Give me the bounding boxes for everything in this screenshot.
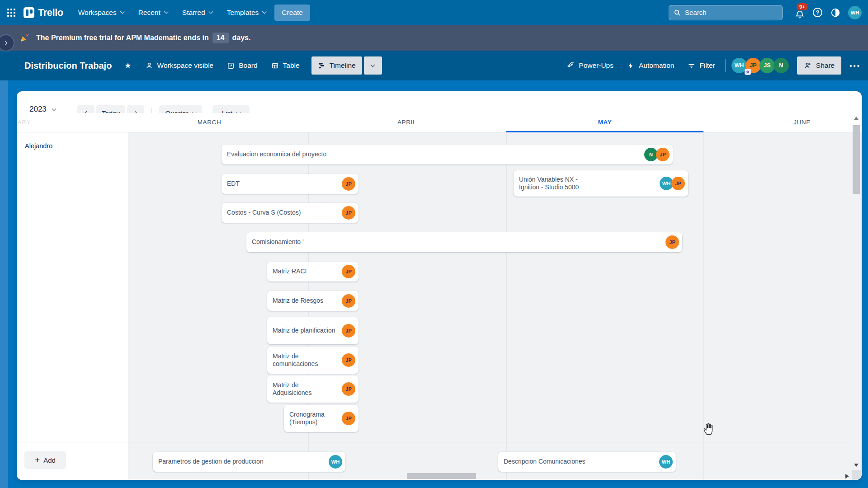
horizontal-scrollbar-thumb[interactable] xyxy=(407,473,476,479)
card-members: JP xyxy=(344,265,355,278)
card-members: JP xyxy=(344,353,355,367)
board-view-button[interactable]: Board xyxy=(227,61,257,70)
scroll-up-arrow[interactable] xyxy=(854,117,859,120)
timeline-card[interactable]: Unión Variables NX - Ignition - Studio 5… xyxy=(514,170,688,197)
avatar-wh: WH xyxy=(329,455,342,469)
help-icon[interactable]: ? xyxy=(813,8,822,17)
card-members: JP xyxy=(344,382,355,396)
scroll-right-arrow[interactable] xyxy=(845,474,849,479)
vertical-scrollbar-thumb[interactable] xyxy=(853,125,860,194)
card-title: Evaluacion economica del proyecto xyxy=(222,150,646,158)
card-title: EDT xyxy=(222,180,344,188)
topnav-menu-templates[interactable]: Templates xyxy=(222,5,271,20)
board-header: Distribucion Trabajo ★ Workspace visible… xyxy=(0,51,868,80)
board-menu-button[interactable]: ••• xyxy=(849,62,861,70)
timeline-card[interactable]: Matriz de RiesgosJP xyxy=(267,291,359,311)
avatar-jp: JP xyxy=(342,294,355,308)
board-title[interactable]: Distribucion Trabajo xyxy=(24,61,112,71)
chevron-down-icon xyxy=(208,9,213,14)
views-dropdown-button[interactable] xyxy=(364,56,382,75)
workspace-visible-button[interactable]: Workspace visible xyxy=(145,61,214,70)
card-members: JP xyxy=(344,177,355,191)
scrollbar-corner xyxy=(852,470,861,480)
person-icon xyxy=(145,61,153,70)
card-title: Matriz de planificacion xyxy=(267,327,340,334)
scroll-down-arrow[interactable] xyxy=(854,464,859,467)
card-members: JP xyxy=(344,294,355,308)
top-navigation-bar: Trello WorkspacesRecentStarredTemplates … xyxy=(0,0,868,25)
timeline-body xyxy=(17,132,862,480)
notification-count-badge: 9+ xyxy=(797,3,808,10)
card-title: Cronograma (Tiempos) xyxy=(284,411,344,426)
lane-name: Alejandro xyxy=(25,142,52,150)
timeline-view-button[interactable]: Timeline xyxy=(311,56,362,75)
rocket-icon xyxy=(566,61,575,70)
card-members: JP xyxy=(344,206,355,220)
chevron-down-icon xyxy=(120,9,124,14)
trello-logo-text: Trello xyxy=(38,7,63,19)
timeline-card[interactable]: Costos - Curva S (Costos)JP xyxy=(222,203,359,223)
timeline-card[interactable]: Matriz de comunicacionesJP xyxy=(267,347,359,374)
card-members: JP xyxy=(344,412,355,425)
avatar-jp: JP xyxy=(342,177,355,191)
member-avatar-js[interactable]: JS xyxy=(760,58,775,73)
timeline-card[interactable]: Matriz de AdquisicionesJP xyxy=(267,375,359,403)
share-button[interactable]: Share xyxy=(797,56,841,75)
timeline-card[interactable]: EDTJP xyxy=(222,174,359,194)
premium-trial-banner: The Premium free trial for APM Madematic… xyxy=(0,25,868,51)
timeline-icon xyxy=(318,62,326,70)
banner-text-before: The Premium free trial for APM Madematic… xyxy=(36,34,209,42)
timeline-card[interactable]: Cronograma (Tiempos)JP xyxy=(284,405,359,432)
table-view-button[interactable]: Table xyxy=(271,61,300,70)
theme-toggle-icon[interactable] xyxy=(830,8,840,18)
timeline-card[interactable]: Parametros de gestion de produccionWH xyxy=(153,452,345,472)
app-switcher-icon[interactable] xyxy=(6,8,16,18)
month-header-june: JUNE xyxy=(793,117,811,128)
month-header-april: APRIL xyxy=(397,117,416,128)
add-card-button[interactable]: + Add xyxy=(24,451,66,469)
card-title: Matriz de Riesgos xyxy=(267,297,344,305)
month-header-february: FEBRUARY xyxy=(17,117,31,128)
months-header-row: FEBRUARYMARCHAPRILMAYJUNE xyxy=(17,113,862,132)
timeline-card[interactable]: Matriz de planificacionJP xyxy=(267,317,359,344)
vertical-scrollbar[interactable] xyxy=(852,113,861,470)
card-members: WHJP xyxy=(661,177,685,190)
avatar-jp: JP xyxy=(342,324,355,338)
notifications-bell-icon[interactable]: 9+ xyxy=(795,9,805,19)
timeline-card[interactable]: Evaluacion economica del proyectoNJP xyxy=(222,145,673,164)
current-user-avatar[interactable]: WH xyxy=(848,6,862,19)
card-title: Parametros de gestion de produccion xyxy=(153,458,330,465)
topnav-menu-recent[interactable]: Recent xyxy=(133,5,173,20)
trello-logo[interactable]: Trello xyxy=(24,7,63,19)
table-icon xyxy=(271,62,279,70)
topnav-menu-starred[interactable]: Starred xyxy=(177,5,217,20)
avatar-jp: JP xyxy=(665,235,679,249)
member-avatar-n[interactable]: N xyxy=(774,58,789,73)
avatar-wh: WH xyxy=(659,455,673,469)
party-popper-icon xyxy=(19,33,30,43)
timeline-card[interactable]: Comisionamiento 'JP xyxy=(246,232,682,252)
month-gridline xyxy=(506,113,507,480)
topnav-menu-workspaces[interactable]: Workspaces xyxy=(73,5,129,20)
avatar-jp: JP xyxy=(342,353,355,367)
create-button[interactable]: Create xyxy=(274,5,310,21)
automation-button[interactable]: Automation xyxy=(627,61,674,70)
lightning-icon xyxy=(627,62,635,70)
card-title: Costos - Curva S (Costos) xyxy=(222,209,344,216)
year-selector[interactable]: 2023 xyxy=(29,105,56,114)
search-input[interactable]: Search xyxy=(669,5,783,20)
avatar-jp: JP xyxy=(671,177,685,190)
member-avatar-jp[interactable]: JP xyxy=(745,58,761,73)
timeline-card[interactable]: Descripcion ComunicacionesWH xyxy=(498,452,676,472)
search-icon xyxy=(674,9,681,16)
search-placeholder: Search xyxy=(685,9,707,16)
collapsed-sidebar[interactable] xyxy=(0,25,8,488)
card-members: WH xyxy=(330,455,342,469)
card-title: Unión Variables NX - Ignition - Studio 5… xyxy=(514,176,586,191)
timeline-card[interactable]: Matriz RACIJP xyxy=(267,262,359,282)
chevron-down-icon xyxy=(262,9,267,14)
filter-button[interactable]: Filter xyxy=(688,61,715,70)
star-icon[interactable]: ★ xyxy=(124,61,131,70)
powerups-button[interactable]: Power-Ups xyxy=(566,61,613,70)
banner-days-badge: 14 xyxy=(212,33,229,43)
